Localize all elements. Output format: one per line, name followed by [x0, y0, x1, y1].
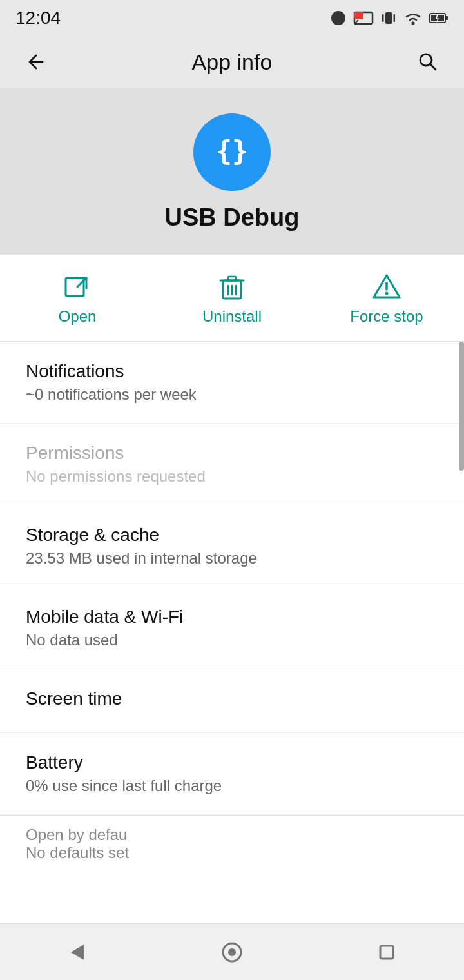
nav-recent-button[interactable] — [361, 926, 412, 978]
status-time: 12:04 — [15, 8, 61, 28]
svg-point-0 — [331, 11, 345, 25]
bottom-nav — [0, 923, 464, 980]
app-icon: {} — [193, 113, 271, 191]
dot-icon — [330, 10, 347, 26]
nav-home-button[interactable] — [206, 926, 258, 978]
svg-rect-5 — [382, 14, 384, 22]
battery-subtitle: 0% use since last full charge — [26, 777, 438, 795]
uninstall-button[interactable]: Uninstall — [155, 255, 309, 341]
status-bar: 12:04 — [0, 0, 464, 36]
status-icons — [330, 10, 449, 26]
uninstall-label: Uninstall — [202, 308, 262, 326]
notifications-item[interactable]: Notifications ~0 notifications per week — [0, 342, 464, 424]
nav-recent-icon — [374, 939, 400, 965]
permissions-subtitle: No permissions requested — [26, 467, 438, 485]
actions-row: Open Uninstall Force stop — [0, 255, 464, 342]
battery-item[interactable]: Battery 0% use since last full charge — [0, 733, 464, 815]
app-header: {} USB Debug — [0, 88, 464, 255]
app-info-list: Notifications ~0 notifications per week … — [0, 342, 464, 932]
battery-icon — [429, 10, 449, 26]
notifications-subtitle: ~0 notifications per week — [26, 386, 438, 404]
open-label: Open — [59, 308, 97, 326]
svg-text:{}: {} — [216, 135, 249, 167]
nav-home-icon — [219, 939, 245, 965]
back-arrow-icon — [24, 50, 48, 74]
back-button[interactable] — [18, 44, 54, 80]
search-icon — [416, 50, 440, 74]
permissions-item[interactable]: Permissions No permissions requested — [0, 424, 464, 505]
svg-rect-28 — [380, 946, 393, 959]
permissions-title: Permissions — [26, 443, 438, 464]
force-stop-button[interactable]: Force stop — [309, 255, 464, 341]
svg-rect-4 — [385, 12, 392, 24]
screen-time-title: Screen time — [26, 689, 438, 709]
wifi-icon — [403, 10, 423, 26]
app-name: USB Debug — [165, 204, 300, 231]
delete-icon — [218, 273, 246, 301]
scrollbar[interactable] — [459, 342, 464, 471]
svg-point-27 — [228, 948, 236, 956]
open-button[interactable]: Open — [0, 255, 155, 341]
svg-point-7 — [412, 22, 415, 25]
svg-point-24 — [385, 292, 389, 295]
cast-icon — [353, 10, 374, 26]
app-bar: App info — [0, 36, 464, 88]
nav-back-icon — [64, 939, 90, 965]
svg-rect-10 — [445, 16, 448, 20]
notifications-title: Notifications — [26, 361, 438, 382]
storage-title: Storage & cache — [26, 525, 438, 545]
defaults-peek-line2: No defaults set — [26, 844, 438, 862]
defaults-peek[interactable]: Open by defau No defaults set — [0, 815, 464, 867]
svg-line-12 — [430, 64, 436, 70]
svg-rect-18 — [228, 277, 236, 280]
force-stop-label: Force stop — [350, 308, 423, 326]
page-title: App info — [192, 50, 273, 75]
defaults-peek-line1: Open by defau — [26, 826, 438, 844]
open-icon — [63, 273, 92, 301]
mobile-data-title: Mobile data & Wi-Fi — [26, 607, 438, 627]
nav-back-button[interactable] — [52, 926, 103, 978]
battery-title: Battery — [26, 752, 438, 773]
app-icon-symbol: {} — [209, 130, 255, 175]
svg-marker-25 — [71, 945, 84, 960]
warning-icon — [372, 273, 401, 301]
vibrate-icon — [380, 10, 397, 26]
mobile-data-item[interactable]: Mobile data & Wi-Fi No data used — [0, 587, 464, 669]
svg-rect-6 — [394, 14, 396, 22]
svg-rect-2 — [354, 12, 363, 19]
svg-line-15 — [77, 278, 86, 287]
search-button[interactable] — [410, 44, 446, 80]
screen-time-item[interactable]: Screen time — [0, 669, 464, 733]
bottom-spacer — [0, 867, 464, 932]
svg-rect-14 — [66, 278, 84, 296]
storage-item[interactable]: Storage & cache 23.53 MB used in interna… — [0, 505, 464, 587]
mobile-data-subtitle: No data used — [26, 631, 438, 649]
storage-subtitle: 23.53 MB used in internal storage — [26, 549, 438, 567]
